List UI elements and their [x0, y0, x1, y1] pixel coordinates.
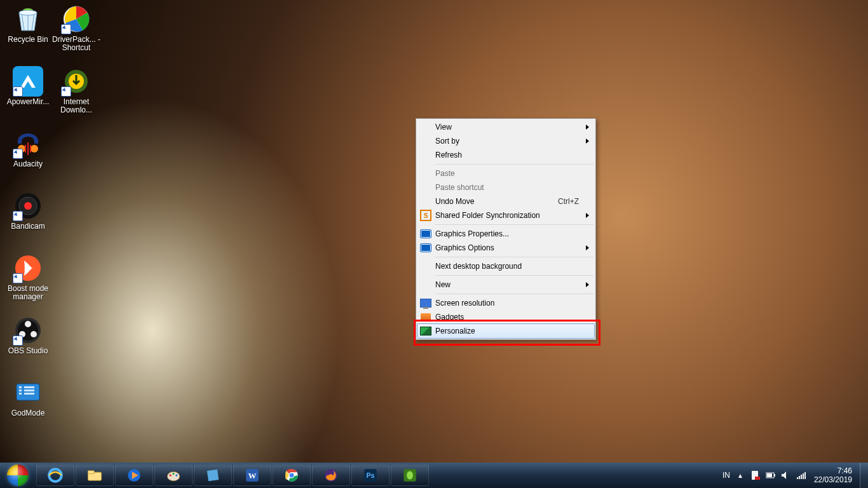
- svg-point-34: [175, 474, 177, 476]
- svg-rect-21: [19, 390, 22, 391]
- svg-marker-50: [782, 471, 786, 479]
- svg-point-26: [49, 469, 62, 482]
- taskbar-stickynotes[interactable]: [194, 464, 232, 486]
- menu-item-label: Graphics Properties...: [434, 229, 594, 238]
- desktop-icon-label: DriverPack... - Shortcut: [52, 36, 100, 52]
- clock[interactable]: 7:46 22/03/2019: [811, 466, 857, 484]
- desktop-icon-recycle-bin[interactable]: Recycle Bin: [4, 4, 52, 44]
- menu-item-new[interactable]: New: [417, 278, 594, 292]
- shortcut-overlay-icon: [13, 149, 23, 159]
- svg-rect-19: [17, 384, 39, 400]
- menu-item-label: View: [434, 123, 594, 132]
- menu-separator: [435, 224, 593, 225]
- menu-item-label: Sort by: [434, 137, 594, 146]
- tray-volume-icon[interactable]: [781, 470, 791, 480]
- menu-item-label: Next desktop background: [434, 262, 594, 271]
- svg-point-6: [31, 145, 38, 152]
- menu-item-graphics-properties[interactable]: Graphics Properties...: [417, 227, 594, 241]
- intel-icon: [420, 229, 431, 238]
- taskbar-ie[interactable]: [36, 464, 74, 486]
- desktop-icon-godmode[interactable]: GodMode: [4, 377, 52, 417]
- submenu-arrow-icon: [586, 125, 589, 130]
- language-indicator[interactable]: IN: [722, 471, 730, 480]
- tray-network-icon[interactable]: [796, 470, 806, 480]
- svg-rect-28: [88, 471, 94, 474]
- clock-date: 22/03/2019: [814, 475, 852, 484]
- svg-point-0: [19, 10, 37, 15]
- menu-separator: [435, 294, 593, 294]
- tray-action-center-icon[interactable]: [750, 470, 761, 480]
- shortcut-overlay-icon: [13, 86, 23, 97]
- desktop-icon-apowermirror[interactable]: ApowerMir...: [4, 66, 52, 106]
- svg-text:Ps: Ps: [367, 471, 375, 479]
- svg-rect-49: [767, 473, 772, 477]
- tray-battery-icon[interactable]: [766, 470, 776, 480]
- shortcut-overlay-icon: [13, 273, 23, 283]
- desktop-context-menu: ViewSort byRefreshPastePaste shortcutUnd…: [416, 118, 596, 340]
- shortcut-overlay-icon: [13, 336, 23, 346]
- menu-item-paste: Paste: [417, 166, 594, 180]
- audacity-icon: [13, 128, 43, 159]
- svg-rect-25: [24, 393, 34, 395]
- highlight-box: [414, 320, 600, 346]
- desktop-icon-driverpack[interactable]: DriverPack... - Shortcut: [52, 4, 100, 52]
- svg-rect-51: [797, 477, 798, 479]
- tray-show-hidden-icon[interactable]: ▴: [735, 470, 745, 480]
- desktop-icon-audacity[interactable]: Audacity: [4, 128, 52, 168]
- menu-item-paste-shortcut: Paste shortcut: [417, 180, 594, 194]
- submenu-arrow-icon: [586, 213, 589, 218]
- menu-item-screen-resolution[interactable]: Screen resolution: [417, 296, 594, 310]
- svg-rect-53: [801, 475, 802, 479]
- taskbar-paint[interactable]: [154, 464, 193, 486]
- idm-icon: [61, 66, 92, 97]
- menu-item-shared-folder-synchronization[interactable]: SShared Folder Synchronization: [417, 208, 594, 222]
- boostmode-icon: [13, 253, 43, 283]
- submenu-arrow-icon: [586, 282, 589, 287]
- menu-item-view[interactable]: View: [417, 120, 594, 134]
- taskbar-firefox[interactable]: [312, 464, 350, 486]
- menu-item-graphics-options[interactable]: Graphics Options: [417, 241, 594, 255]
- menu-item-sort-by[interactable]: Sort by: [417, 134, 594, 148]
- svg-point-32: [170, 474, 172, 476]
- menu-item-refresh[interactable]: Refresh: [417, 148, 594, 162]
- menu-item-shortcut: Ctrl+Z: [558, 197, 594, 206]
- obs-icon: [13, 315, 43, 346]
- desktop[interactable]: Recycle BinDriverPack... - ShortcutApowe…: [0, 0, 868, 488]
- svg-point-12: [24, 202, 32, 210]
- desktop-icon-boostmode[interactable]: Boost mode manager: [4, 253, 52, 301]
- svg-rect-55: [804, 472, 806, 479]
- show-desktop-button[interactable]: [860, 463, 868, 488]
- shortcut-overlay-icon: [61, 86, 71, 97]
- taskbar-coreldraw[interactable]: [391, 464, 429, 486]
- taskbar: W Ps IN ▴ 7:46 22/03/2019: [0, 463, 868, 488]
- svg-point-16: [25, 321, 31, 327]
- shortcut-overlay-icon: [13, 211, 23, 221]
- menu-item-label: Refresh: [434, 151, 594, 159]
- taskbar-explorer[interactable]: [76, 464, 114, 486]
- svg-rect-20: [19, 386, 22, 388]
- taskbar-wmp[interactable]: [115, 464, 153, 486]
- start-orb-icon: [7, 464, 29, 486]
- taskbar-word[interactable]: W: [233, 464, 271, 486]
- start-button[interactable]: [0, 463, 36, 488]
- clock-time: 7:46: [814, 466, 852, 475]
- monitor-icon: [420, 299, 431, 308]
- apowermirror-icon: [13, 66, 43, 97]
- taskbar-chrome[interactable]: [273, 464, 311, 486]
- taskbar-photoshop[interactable]: Ps: [351, 464, 390, 486]
- svg-rect-54: [803, 473, 804, 479]
- submenu-arrow-icon: [586, 139, 589, 144]
- menu-separator: [435, 275, 593, 276]
- desktop-icon-label: Audacity: [4, 160, 52, 168]
- svg-text:W: W: [248, 471, 257, 480]
- desktop-icon-obs[interactable]: OBS Studio: [4, 315, 52, 355]
- desktop-icon-bandicam[interactable]: Bandicam: [4, 191, 52, 231]
- menu-item-next-desktop-background[interactable]: Next desktop background: [417, 259, 594, 273]
- menu-item-undo-move[interactable]: Undo MoveCtrl+Z: [417, 194, 594, 208]
- svg-rect-22: [19, 393, 22, 395]
- shortcut-overlay-icon: [61, 24, 71, 34]
- desktop-icon-idm[interactable]: Internet Downlo...: [52, 66, 100, 114]
- svg-rect-46: [755, 477, 760, 480]
- menu-separator: [435, 164, 593, 165]
- system-tray: IN ▴ 7:46 22/03/2019: [720, 463, 860, 488]
